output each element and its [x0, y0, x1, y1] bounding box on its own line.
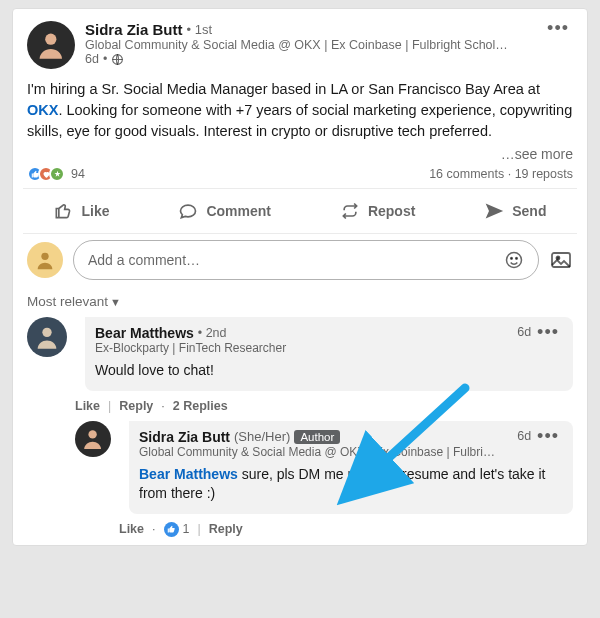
post-header: Sidra Zia Butt • 1st Global Community & … — [13, 9, 587, 73]
svg-point-4 — [511, 258, 513, 260]
chevron-down-icon: ▼ — [110, 296, 121, 308]
like-button[interactable]: Like — [43, 191, 119, 231]
post-body: I'm hiring a Sr. Social Media Manager ba… — [13, 73, 587, 144]
reaction-celebrate-icon — [49, 166, 65, 182]
reply-time: 6d — [517, 429, 531, 443]
emoji-icon[interactable] — [504, 250, 524, 270]
post-body-post: . Looking for someone with +7 years of s… — [27, 102, 572, 139]
comment-bubble: Bear Matthews • 2nd Ex-Blockparty | FinT… — [85, 317, 573, 391]
comment-placeholder: Add a comment… — [88, 252, 498, 268]
reply-like-summary[interactable]: 1 — [164, 522, 190, 537]
reply-reply-button[interactable]: Reply — [209, 522, 243, 536]
self-avatar[interactable] — [27, 242, 63, 278]
post-card: Sidra Zia Butt • 1st Global Community & … — [12, 8, 588, 546]
thumbs-up-icon — [53, 201, 73, 221]
author-avatar[interactable] — [27, 21, 75, 69]
post-overflow-menu[interactable]: ••• — [543, 21, 573, 35]
comment-actions: Like | Reply · 2 Replies — [13, 395, 587, 421]
author-name[interactable]: Sidra Zia Butt — [85, 21, 183, 38]
comments-reposts-summary: 16 comments · 19 reposts — [429, 167, 573, 181]
reply-item: Sidra Zia Butt (She/Her) Author Global C… — [61, 421, 587, 518]
svg-point-5 — [516, 258, 518, 260]
reply-author-name[interactable]: Sidra Zia Butt — [139, 429, 230, 445]
reply-like-count: 1 — [183, 522, 190, 536]
speech-bubble-icon — [178, 201, 198, 221]
reply-actions: Like · 1 | Reply — [61, 518, 587, 545]
author-headline: Global Community & Social Media @ OKX | … — [85, 38, 543, 52]
comment-time: 6d — [517, 325, 531, 339]
reply-like-button[interactable]: Like — [119, 522, 144, 536]
compose-row: Add a comment… — [13, 234, 587, 292]
reply-author-headline: Global Community & Social Media @ OKX | … — [139, 445, 517, 459]
comment-reply-button[interactable]: Reply — [119, 399, 153, 413]
reply-bubble: Sidra Zia Butt (She/Her) Author Global C… — [129, 421, 573, 514]
send-button[interactable]: Send — [474, 191, 556, 231]
svg-point-9 — [89, 430, 97, 438]
actions-row: Like Comment Repost Send — [13, 189, 587, 233]
comment-overflow-menu[interactable]: ••• — [533, 325, 563, 339]
commenter-avatar[interactable] — [27, 317, 67, 357]
author-badge: Author — [294, 430, 340, 444]
like-icon — [164, 522, 179, 537]
commenter-degree: • 2nd — [198, 326, 227, 340]
comment-item: Bear Matthews • 2nd Ex-Blockparty | FinT… — [13, 317, 587, 395]
comment-text: Would love to chat! — [95, 361, 563, 381]
sort-label: Most relevant — [27, 294, 108, 309]
comment-sort-dropdown[interactable]: Most relevant ▼ — [13, 292, 587, 317]
reactions-count: 94 — [71, 167, 85, 181]
mention-link[interactable]: Bear Matthews — [139, 466, 238, 482]
globe-icon — [111, 53, 124, 66]
svg-point-3 — [507, 253, 522, 268]
reply-overflow-menu[interactable]: ••• — [533, 429, 563, 443]
comment-input[interactable]: Add a comment… — [73, 240, 539, 280]
svg-point-0 — [45, 34, 56, 45]
commenter-name[interactable]: Bear Matthews — [95, 325, 194, 341]
reactions-summary[interactable]: 94 — [27, 166, 85, 182]
comment-button[interactable]: Comment — [168, 191, 281, 231]
connection-degree: • 1st — [187, 22, 213, 37]
repost-button[interactable]: Repost — [330, 191, 425, 231]
commenter-headline: Ex-Blockparty | FinTech Researcher — [95, 341, 517, 355]
send-icon — [484, 201, 504, 221]
reply-author-pronouns: (She/Her) — [234, 429, 290, 444]
reposts-count-link[interactable]: 19 reposts — [515, 167, 573, 181]
reply-thread: Sidra Zia Butt (She/Her) Author Global C… — [13, 421, 587, 545]
reply-author-avatar[interactable] — [75, 421, 111, 457]
comments-count-link[interactable]: 16 comments — [429, 167, 504, 181]
stats-row: 94 16 comments · 19 reposts — [13, 162, 587, 188]
post-body-link[interactable]: OKX — [27, 102, 58, 118]
reaction-icons — [27, 166, 65, 182]
comment-like-button[interactable]: Like — [75, 399, 100, 413]
repost-icon — [340, 201, 360, 221]
svg-point-2 — [41, 253, 48, 260]
reply-text: Bear Matthews sure, pls DM me me your re… — [139, 465, 563, 504]
image-icon[interactable] — [549, 248, 573, 272]
post-body-pre: I'm hiring a Sr. Social Media Manager ba… — [27, 81, 540, 97]
svg-point-8 — [42, 328, 51, 337]
post-time-row: 6d • — [85, 52, 543, 66]
see-more-button[interactable]: …see more — [501, 146, 573, 162]
replies-count-button[interactable]: 2 Replies — [173, 399, 228, 413]
post-header-text: Sidra Zia Butt • 1st Global Community & … — [85, 21, 543, 66]
post-time: 6d — [85, 52, 99, 66]
